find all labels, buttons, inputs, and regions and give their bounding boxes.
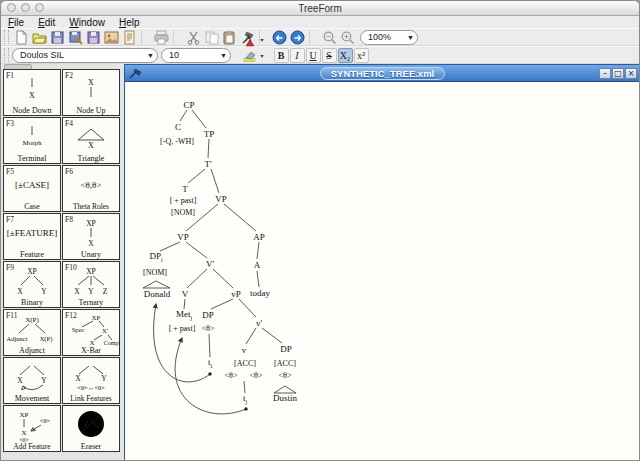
- save-all-button[interactable]: [85, 29, 102, 45]
- tree-node-Met-j[interactable]: Metj: [176, 309, 192, 321]
- minimize-circle-icon[interactable]: [21, 3, 30, 12]
- palette-cell-eraser[interactable]: Eraser: [62, 405, 120, 452]
- palette-cell-terminal[interactable]: F3MorphTerminal: [3, 117, 61, 164]
- new-file-button[interactable]: [13, 29, 30, 45]
- tree-node-C[interactable]: C: [175, 122, 181, 132]
- redo-button[interactable]: [289, 29, 306, 45]
- open-folder-button[interactable]: [31, 29, 48, 45]
- undo-button[interactable]: [271, 29, 288, 45]
- palette-cell-node-up[interactable]: F2XNode Up: [62, 69, 120, 116]
- document-minimize-button[interactable]: –: [599, 68, 611, 79]
- subscript-button[interactable]: X₂: [338, 48, 353, 63]
- palette-cell-x-bar[interactable]: F12XPSpecX′XComplX-Bar: [62, 309, 120, 356]
- menu-help[interactable]: Help: [112, 17, 147, 28]
- tree-node-feature[interactable]: <θ>: [279, 371, 292, 380]
- menu-edit[interactable]: Edit: [31, 17, 62, 28]
- svg-text:Spec: Spec: [72, 326, 85, 333]
- underline-button[interactable]: U: [306, 48, 321, 63]
- tree-node-DP[interactable]: DP: [280, 344, 292, 354]
- highlight-color-picker-dropdown[interactable]: ▾: [258, 48, 266, 63]
- tree-node-today[interactable]: today: [250, 288, 270, 298]
- palette-cell-add-feature[interactable]: XPX<θ><θ>Add Feature: [3, 405, 61, 452]
- tree-node-feature[interactable]: <θ>: [250, 371, 263, 380]
- menu-file[interactable]: File: [1, 17, 31, 28]
- cut-button[interactable]: [185, 29, 202, 45]
- tree-node-TP[interactable]: TP: [204, 129, 215, 139]
- window-titlebar[interactable]: TreeForm: [1, 1, 639, 16]
- tree-node-v[interactable]: v': [256, 318, 262, 328]
- tree-node-Donald[interactable]: Donald: [144, 289, 171, 299]
- palette-cell-movement[interactable]: XYMovement: [3, 357, 61, 404]
- italic-button[interactable]: I: [290, 48, 305, 63]
- font-family-select[interactable]: Doulos SIL ▼: [12, 48, 158, 63]
- tree-node-T[interactable]: T': [204, 159, 211, 169]
- document-titlebar[interactable]: SYNTHETIC_TREE.xml –□×: [125, 65, 640, 82]
- tree-node-t-j[interactable]: tj: [243, 393, 247, 405]
- tree-node-NOM[interactable]: [NOM]: [171, 208, 195, 217]
- palette-cell-ternary[interactable]: F10XPXYZTernary: [62, 261, 120, 308]
- palette-cell-link-features[interactable]: XY<θ>↔<θ>Link Features: [62, 357, 120, 404]
- copy-button[interactable]: [203, 29, 220, 45]
- document-maximize-button[interactable]: □: [612, 68, 624, 79]
- tree-node-T[interactable]: T: [182, 184, 188, 194]
- palette-cell-node-down[interactable]: F1XNode Down: [3, 69, 61, 116]
- tree-node-QWH[interactable]: [-Q, -WH]: [160, 137, 194, 146]
- palette-cell-feature[interactable]: F7[±FEATURE]Feature: [3, 213, 61, 260]
- tree-node-vP[interactable]: vP: [231, 289, 241, 299]
- paste-button[interactable]: [221, 29, 238, 45]
- save-as-button[interactable]: [67, 29, 84, 45]
- tree-node-AP[interactable]: AP: [253, 232, 265, 242]
- tree-node-V[interactable]: V: [182, 289, 189, 299]
- tree-node-VP[interactable]: VP: [177, 232, 189, 242]
- svg-text:XP: XP: [20, 411, 29, 419]
- tree-node-DP-i[interactable]: DPi: [149, 251, 162, 263]
- highlight-color-picker-button[interactable]: [241, 47, 258, 63]
- palette-cell-case[interactable]: F5[±CASE]Case: [3, 165, 61, 212]
- zoom-out-button[interactable]: [321, 29, 338, 45]
- tree-node-t-i[interactable]: ti: [208, 357, 212, 369]
- menu-window[interactable]: Window: [62, 17, 112, 28]
- palette-cell-unary[interactable]: F8XPXUnary: [62, 213, 120, 260]
- tree-node-A[interactable]: A: [254, 260, 261, 270]
- tree-node-ACC[interactable]: [ACC]: [274, 359, 296, 368]
- tree-node-NOM[interactable]: [NOM]: [143, 268, 167, 277]
- palette-cell-label: Eraser: [63, 442, 119, 451]
- triangle-glyph-icon: X: [63, 121, 119, 153]
- tree-node-v[interactable]: v: [242, 345, 247, 355]
- document-close-button[interactable]: ×: [625, 68, 637, 79]
- zoom-level-select[interactable]: 100%▼: [360, 30, 418, 45]
- tree-node-past[interactable]: [ + past]: [169, 324, 196, 333]
- tree-node-V[interactable]: V': [206, 259, 214, 269]
- tree-node-feature[interactable]: <θ>: [202, 324, 215, 333]
- tree-node-feature[interactable]: <θ>: [225, 371, 238, 380]
- superscript-button[interactable]: x²: [354, 48, 369, 63]
- font-size-select[interactable]: 10 ▼: [161, 48, 231, 63]
- save-button[interactable]: [49, 29, 66, 45]
- tree-node-VP[interactable]: VP: [215, 194, 227, 204]
- strikethrough-button[interactable]: S: [322, 48, 337, 63]
- palette-cell-label: Triangle: [63, 154, 119, 163]
- palette-cell-theta-roles[interactable]: F6<θ,θ>Theta Roles: [62, 165, 120, 212]
- tree-node-Dustin[interactable]: Dustin: [273, 393, 297, 403]
- close-circle-icon[interactable]: [7, 3, 16, 12]
- palette-cell-triangle[interactable]: F4XTriangle: [62, 117, 120, 164]
- tree-node-ACC[interactable]: [ACC]: [234, 359, 256, 368]
- toolbar-grip[interactable]: [4, 48, 9, 62]
- bold-button[interactable]: B: [274, 48, 289, 63]
- export-document-button[interactable]: [121, 29, 138, 45]
- zoom-circle-icon[interactable]: [35, 3, 44, 12]
- palette-cell-binary[interactable]: F9XPXYBinary: [3, 261, 61, 308]
- tree-node-CP[interactable]: CP: [183, 100, 194, 110]
- palette-cell-adjunct[interactable]: F11X(P)AdjunctX(P)Adjunct: [3, 309, 61, 356]
- tree-node-DP[interactable]: DP: [202, 310, 214, 320]
- tree-canvas[interactable]: CPC[-Q, -WH]TPT'T[ + past][NOM]VPVPAPDPi…: [125, 82, 640, 461]
- zoom-in-button[interactable]: [339, 29, 356, 45]
- print-button[interactable]: [153, 29, 170, 45]
- tree-node-past[interactable]: [ + past]: [170, 196, 197, 205]
- font-color-picker-button[interactable]: A: [241, 31, 258, 47]
- adjunct-glyph-icon: X(P)AdjunctX(P): [4, 313, 60, 345]
- toolbar-grip[interactable]: [4, 30, 9, 44]
- export-image-button[interactable]: [103, 29, 120, 45]
- traffic-lights: [7, 3, 44, 12]
- font-color-picker-dropdown[interactable]: ▾: [258, 32, 266, 47]
